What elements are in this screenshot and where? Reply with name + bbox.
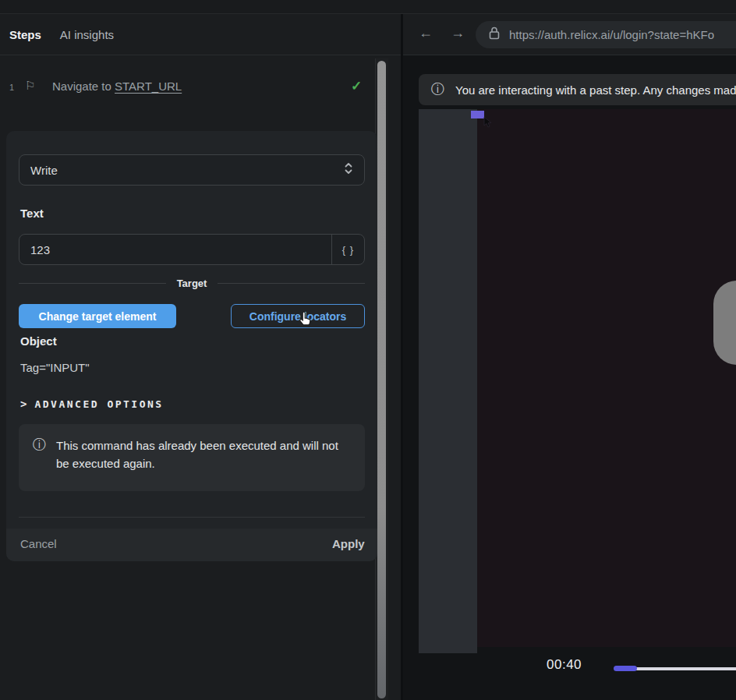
select-chevrons-icon	[344, 161, 353, 179]
divider-line	[19, 283, 166, 284]
target-section-divider: Target	[19, 278, 365, 289]
hand-cursor-icon	[296, 310, 313, 327]
step-success-check-icon: ✓	[351, 78, 362, 94]
executed-info-text: This command has already been executed a…	[56, 437, 346, 491]
screenshot-sidebar-region	[419, 109, 477, 653]
advanced-options-toggle[interactable]: > ADVANCED OPTIONS	[20, 398, 164, 410]
step-action-text: Navigate to	[52, 80, 115, 93]
start-url-link[interactable]: START_URL	[115, 80, 182, 93]
back-arrow-icon[interactable]: ←	[419, 25, 433, 41]
divider-line	[218, 283, 365, 284]
url-bar[interactable]: https://auth.relicx.ai/u/login?state=hKF…	[476, 21, 736, 48]
playback-progress-track[interactable]	[634, 667, 736, 670]
viewport-cursor-icon	[483, 116, 494, 129]
variables-braces-button[interactable]: { }	[331, 235, 364, 264]
card-footer: Cancel Apply	[6, 529, 377, 561]
footer-divider	[19, 517, 365, 518]
command-select-value: Write	[30, 164, 58, 177]
url-text: https://auth.relicx.ai/u/login?state=hKF…	[509, 28, 714, 41]
lock-icon	[489, 27, 500, 43]
step-description: Navigate to START_URL	[52, 80, 182, 93]
screenshot-page-region	[477, 109, 736, 647]
text-field-label: Text	[20, 207, 44, 220]
advanced-options-label: ADVANCED OPTIONS	[34, 398, 163, 410]
top-strip	[0, 0, 736, 14]
past-step-banner: ⓘ You are interacting with a past step. …	[419, 74, 736, 105]
browser-preview-panel: ← → https://auth.relicx.ai/u/login?state…	[403, 14, 736, 700]
scrollbar-thumb[interactable]	[377, 61, 386, 698]
tab-bar: Steps AI insights	[0, 14, 401, 55]
past-step-banner-text: You are interacting with a past step. An…	[455, 83, 736, 97]
object-label: Object	[20, 334, 57, 348]
app-window: Steps AI insights 1 ⚐ Navigate to START_…	[0, 0, 736, 700]
apply-button[interactable]: Apply	[332, 537, 365, 550]
page-screenshot-viewport[interactable]	[419, 109, 736, 653]
target-label: Target	[177, 278, 207, 289]
step-row[interactable]: 1 ⚐ Navigate to START_URL ✓	[0, 76, 374, 104]
object-value: Tag="INPUT"	[20, 361, 90, 374]
playback-progress-fill[interactable]	[614, 666, 637, 671]
step-number: 1	[9, 83, 14, 92]
command-select[interactable]: Write	[19, 154, 365, 186]
step-editor-card: Write Text 123 { } Target Change target …	[6, 131, 377, 561]
browser-nav-bar: ← → https://auth.relicx.ai/u/login?state…	[403, 14, 736, 55]
tab-steps[interactable]: Steps	[9, 28, 41, 41]
cancel-button[interactable]: Cancel	[20, 537, 57, 550]
playback-time: 00:40	[547, 657, 582, 673]
preview-content: ⓘ You are interacting with a past step. …	[403, 55, 736, 700]
info-icon: ⓘ	[431, 81, 444, 98]
text-input-group: 123 { }	[19, 234, 365, 265]
info-icon: ⓘ	[33, 437, 46, 491]
side-handle-pill[interactable]	[713, 281, 736, 365]
executed-info-box: ⓘ This command has already been executed…	[19, 424, 365, 491]
change-target-element-button[interactable]: Change target element	[19, 304, 176, 328]
text-input[interactable]: 123	[19, 235, 331, 264]
flag-icon: ⚐	[25, 79, 35, 93]
tab-ai-insights[interactable]: AI insights	[60, 28, 114, 41]
forward-arrow-icon[interactable]: →	[451, 25, 465, 41]
chevron-right-icon: >	[20, 398, 27, 410]
steps-panel: Steps AI insights 1 ⚐ Navigate to START_…	[0, 14, 401, 700]
